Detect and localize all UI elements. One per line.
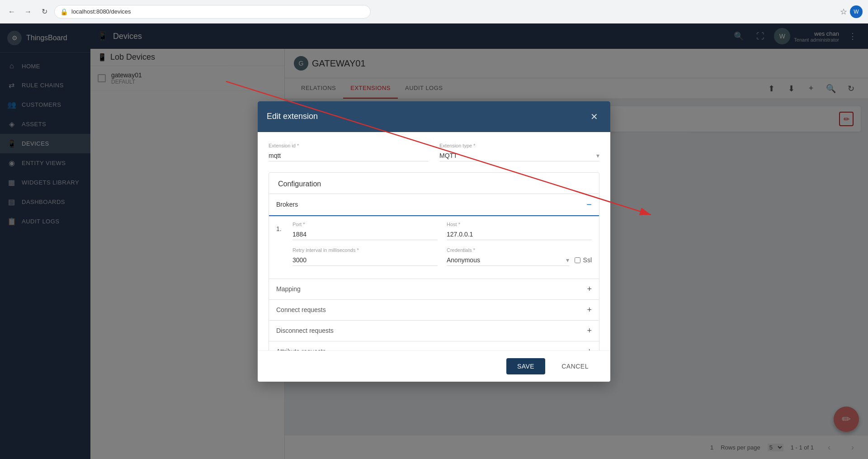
modal-body: Extension id * Extension type * MQTT ▾ C…: [258, 132, 610, 350]
modal-title: Edit extension: [267, 112, 318, 121]
attribute-requests-expand-icon: +: [587, 347, 592, 350]
broker-retry-cred-row: Retry interval in milliseconds * Credent…: [292, 247, 592, 266]
credentials-row: Anonymous Basic Certificate ▾: [447, 255, 592, 266]
broker-port-host-row: Port * Host *: [292, 222, 592, 240]
retry-label: Retry interval in milliseconds *: [292, 247, 438, 253]
mapping-label: Mapping: [276, 285, 301, 293]
ssl-checkbox[interactable]: [575, 257, 580, 263]
connect-requests-section[interactable]: Connect requests +: [269, 299, 599, 320]
retry-input[interactable]: [292, 255, 438, 266]
extension-type-label: Extension type *: [439, 143, 599, 148]
configuration-section: Configuration Brokers − 1.: [269, 172, 599, 350]
url-bar[interactable]: 🔒 localhost:8080/devices: [54, 5, 371, 19]
connect-requests-label: Connect requests: [276, 306, 326, 313]
brokers-section: Brokers − 1. Port *: [269, 194, 599, 279]
host-label: Host *: [447, 222, 592, 227]
extension-id-label: Extension id *: [269, 143, 429, 148]
bookmark-icon[interactable]: ☆: [840, 7, 847, 17]
forward-button[interactable]: →: [22, 5, 34, 18]
browser-bar: ← → ↻ 🔒 localhost:8080/devices ☆ W: [0, 0, 868, 24]
disconnect-requests-label: Disconnect requests: [276, 327, 334, 334]
port-label: Port *: [292, 222, 438, 227]
disconnect-requests-section[interactable]: Disconnect requests +: [269, 320, 599, 341]
broker-fields: Port * Host *: [292, 222, 592, 273]
extension-type-select[interactable]: MQTT: [439, 150, 599, 161]
modal-footer: SAVE CANCEL: [258, 350, 610, 382]
config-title: Configuration: [269, 173, 599, 194]
url-text: localhost:8080/devices: [71, 8, 131, 15]
broker-num: 1.: [276, 222, 285, 273]
port-input[interactable]: [292, 229, 438, 240]
mapping-section[interactable]: Mapping +: [269, 279, 599, 299]
retry-field: Retry interval in milliseconds *: [292, 247, 438, 266]
ssl-label: Ssl: [583, 256, 592, 264]
cancel-button[interactable]: CANCEL: [551, 358, 599, 374]
credentials-select-wrapper: Anonymous Basic Certificate ▾: [447, 255, 569, 266]
browser-icons: ☆ W: [840, 5, 863, 18]
credentials-field: Credentials * Anonymous Basic Certificat…: [447, 247, 592, 266]
broker-item-1: 1. Port * Host *: [269, 216, 599, 279]
extension-id-input[interactable]: [269, 150, 429, 161]
brokers-header[interactable]: Brokers −: [269, 194, 599, 216]
save-button[interactable]: SAVE: [506, 358, 545, 374]
modal-close-button[interactable]: ✕: [587, 109, 601, 124]
refresh-button[interactable]: ↻: [38, 5, 51, 18]
connect-requests-expand-icon: +: [587, 305, 592, 315]
disconnect-requests-expand-icon: +: [587, 326, 592, 336]
port-field: Port *: [292, 222, 438, 240]
modal-header: Edit extension ✕: [258, 101, 610, 132]
extension-id-group: Extension id *: [269, 143, 429, 161]
extension-type-select-wrapper: MQTT ▾: [439, 150, 599, 161]
browser-user-avatar: W: [850, 5, 863, 18]
extension-type-group: Extension type * MQTT ▾: [439, 143, 599, 161]
modal-overlay: Edit extension ✕ Extension id * Extensio…: [0, 24, 868, 459]
extension-top-fields: Extension id * Extension type * MQTT ▾: [269, 143, 599, 161]
credentials-select[interactable]: Anonymous Basic Certificate: [447, 255, 569, 266]
host-field: Host *: [447, 222, 592, 240]
brokers-collapse-icon[interactable]: −: [586, 199, 592, 210]
back-button[interactable]: ←: [5, 5, 18, 18]
ssl-checkbox-label: Ssl: [575, 256, 592, 264]
mapping-expand-icon: +: [587, 284, 592, 294]
host-input[interactable]: [447, 229, 592, 240]
attribute-requests-section[interactable]: Attribute requests +: [269, 341, 599, 350]
brokers-label: Brokers: [276, 201, 298, 208]
credentials-label: Credentials *: [447, 247, 592, 253]
edit-extension-modal: Edit extension ✕ Extension id * Extensio…: [258, 101, 610, 382]
